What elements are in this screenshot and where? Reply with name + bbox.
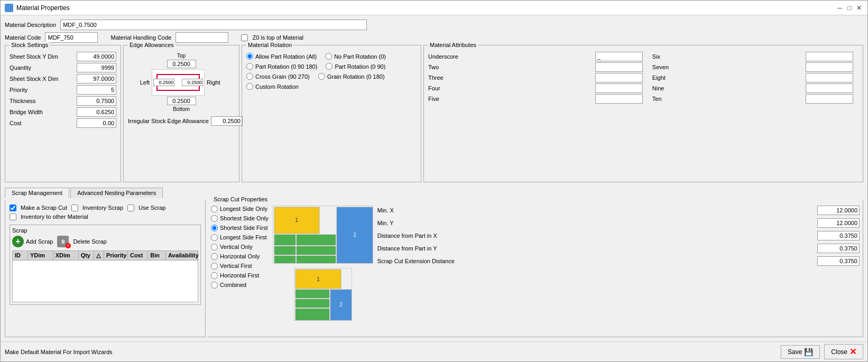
edge-allowances-label: Edge Allowances <box>128 42 176 48</box>
col-delta: △ <box>94 251 104 260</box>
ext-dist-input[interactable] <box>817 256 860 266</box>
longest-side-first-label: Longest Side First <box>220 234 267 240</box>
scrap-box: Scrap + Add Scrap 🗑 <box>10 225 201 305</box>
col-ydim: YDim <box>28 251 53 260</box>
close-label: Close <box>831 348 847 356</box>
quantity-input[interactable] <box>77 63 116 72</box>
edge-left-input[interactable] <box>153 79 174 86</box>
material-desc-input[interactable] <box>60 20 367 30</box>
top-label: Top <box>128 53 235 59</box>
col-xdim: XDim <box>53 251 79 260</box>
five-input[interactable] <box>595 94 643 104</box>
material-rotation-label: Material Rotation <box>246 42 293 48</box>
eight-input[interactable] <box>806 73 853 82</box>
dist-y-label: Distance from Part in Y <box>377 245 437 252</box>
rot-090-radio[interactable] <box>326 63 333 70</box>
make-scrap-checkbox[interactable] <box>10 205 16 211</box>
sheet-x-input[interactable] <box>77 74 116 83</box>
vertical-first-radio[interactable] <box>211 263 218 270</box>
default-import-label: Make Default Material For Import Wizards <box>5 349 113 355</box>
add-scrap-button[interactable]: + Add Scrap <box>12 236 53 247</box>
rot-none-radio[interactable] <box>325 53 332 60</box>
handling-code-label: Material Handling Code <box>110 34 171 41</box>
save-button[interactable]: Save 💾 <box>781 345 820 359</box>
col-priority: Priority <box>104 251 128 260</box>
longest-side-first-radio[interactable] <box>211 234 218 241</box>
three-input[interactable] <box>595 73 643 82</box>
dist-x-input[interactable] <box>817 231 860 240</box>
inventory-other-checkbox[interactable] <box>10 214 16 220</box>
cost-input[interactable] <box>77 118 116 128</box>
min-x-input[interactable] <box>817 206 860 215</box>
horizontal-only-radio[interactable] <box>211 253 218 260</box>
handling-code-input[interactable] <box>176 32 228 43</box>
rot-custom-label: Custom Rotation <box>255 83 299 90</box>
rot-090-180-label: Part Rotation (0 90 180) <box>255 63 317 70</box>
nine-input[interactable] <box>806 83 853 93</box>
vertical-only-radio[interactable] <box>211 244 218 250</box>
underscore-input[interactable] <box>595 52 643 61</box>
close-button[interactable]: Close ✕ <box>824 344 863 359</box>
scrap-cut-label: Scrap Cut Properties <box>212 196 269 202</box>
scrap-table: ID YDim XDim Qty △ Priority Cost Bin Ava… <box>12 250 198 302</box>
five-label: Five <box>428 96 591 102</box>
svg-rect-5 <box>274 246 296 255</box>
rot-all-radio[interactable] <box>246 53 253 60</box>
material-attributes-group: Material Attributes Underscore Six Two S… <box>423 45 863 182</box>
seven-input[interactable] <box>806 62 853 72</box>
rot-090-180-radio[interactable] <box>246 63 253 70</box>
dist-y-row: Distance from Part in Y <box>377 244 860 253</box>
shortest-side-first-label: Shortest Side First <box>220 225 267 231</box>
inventory-scrap-checkbox[interactable] <box>71 205 78 211</box>
shortest-side-first-radio[interactable] <box>211 225 218 231</box>
use-scrap-checkbox[interactable] <box>127 205 134 211</box>
ten-label: Ten <box>652 96 801 102</box>
z0-checkbox[interactable] <box>241 34 248 41</box>
combined-radio[interactable] <box>211 282 218 289</box>
bridge-input[interactable] <box>77 107 116 117</box>
four-input[interactable] <box>595 83 643 93</box>
svg-rect-7 <box>297 235 336 245</box>
material-attributes-label: Material Attributes <box>428 42 478 48</box>
delete-scrap-button[interactable]: 🗑 ✕ Delete Scrap <box>57 236 107 247</box>
minimize-button[interactable]: ─ <box>836 4 844 12</box>
underscore-label: Underscore <box>428 53 591 60</box>
two-label: Two <box>428 64 591 70</box>
scrap-cut-properties-panel: Scrap Cut Properties Longest Side Only S… <box>208 200 863 338</box>
ext-dist-row: Scrap Cut Extension Distance <box>377 256 860 266</box>
rot-custom-radio[interactable] <box>246 83 253 90</box>
save-label: Save <box>788 348 802 356</box>
six-input[interactable] <box>806 52 853 61</box>
svg-text:2: 2 <box>353 232 356 238</box>
inventory-other-label: Inventory to other Material <box>21 214 88 220</box>
two-input[interactable] <box>595 62 643 72</box>
horizontal-first-radio[interactable] <box>211 272 218 279</box>
bridge-label: Bridge Width <box>10 109 43 115</box>
bottom-section: Make a Scrap Cut Inventory Scrap Use Scr… <box>5 200 863 338</box>
sheet-y-input[interactable] <box>77 52 116 61</box>
maximize-button[interactable]: □ <box>845 4 854 12</box>
irregular-input[interactable] <box>211 116 243 126</box>
horizontal-only-label: Horizontal Only <box>220 253 260 259</box>
edge-top-input[interactable] <box>167 60 196 68</box>
col-cost: Cost <box>128 251 148 260</box>
thickness-input[interactable] <box>77 96 116 106</box>
edge-bottom-input[interactable] <box>167 97 196 105</box>
min-y-input[interactable] <box>817 218 860 228</box>
edge-right-input[interactable] <box>182 79 203 86</box>
cost-label: Cost <box>10 120 22 126</box>
ten-input[interactable] <box>806 94 853 104</box>
dist-y-input[interactable] <box>817 244 860 253</box>
close-window-button[interactable]: ✕ <box>855 4 863 12</box>
rot-grain-radio[interactable] <box>318 73 325 80</box>
tab-scrap-management[interactable]: Scrap Management <box>5 188 69 198</box>
rot-cross-radio[interactable] <box>246 73 253 80</box>
svg-rect-6 <box>274 256 296 263</box>
tab-advanced-nesting[interactable]: Advanced Nesting Parameters <box>70 188 163 198</box>
priority-input[interactable] <box>77 85 116 95</box>
four-label: Four <box>428 85 591 91</box>
longest-side-only-radio[interactable] <box>211 206 218 212</box>
shortest-side-only-radio[interactable] <box>211 215 218 222</box>
attributes-grid: Underscore Six Two Seven Three Eight Fou… <box>428 52 858 104</box>
material-code-input[interactable] <box>45 32 98 43</box>
